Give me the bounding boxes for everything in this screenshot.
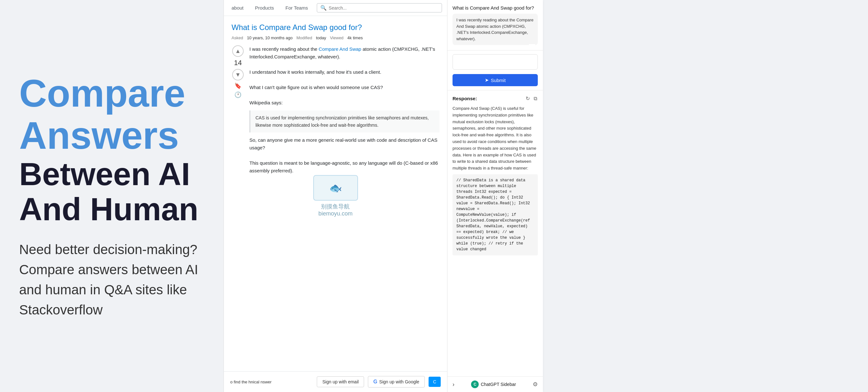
history-icon[interactable]: 🕐 bbox=[235, 91, 242, 98]
nav-products[interactable]: Products bbox=[253, 4, 277, 12]
search-input[interactable] bbox=[329, 5, 438, 10]
stackoverflow-panel: about Products For Teams 🔍 What is Compa… bbox=[223, 0, 447, 392]
response-p1: Compare And Swap (CAS) is useful for imp… bbox=[453, 105, 538, 172]
meta-asked-label: Asked bbox=[231, 35, 243, 40]
blockquote: CAS is used for implementing synchroniza… bbox=[249, 110, 439, 132]
signup-text: o find the hnical nswer bbox=[230, 380, 313, 384]
chatgpt-brand-label: ChatGPT Sidebar bbox=[480, 382, 516, 387]
vote-count: 14 bbox=[234, 59, 242, 67]
meta-modified-when: today bbox=[316, 35, 326, 40]
refresh-btn[interactable]: ↻ bbox=[525, 95, 530, 102]
nav-about[interactable]: about bbox=[229, 4, 246, 12]
chatgpt-response-area: Response: ↻ ⧉ Compare And Swap (CAS) is … bbox=[447, 90, 543, 377]
chatgpt-sidebar: What is Compare And Swap good for? I was… bbox=[447, 0, 543, 392]
chatgpt-header: What is Compare And Swap good for? I was… bbox=[447, 0, 543, 51]
meta-viewed-count: 4k times bbox=[347, 35, 363, 40]
left-panel: Compare Answers Between AI And Human Nee… bbox=[0, 0, 223, 392]
post-p1: I was recently reading about the Compare… bbox=[249, 45, 439, 61]
watermark-text: 别摸鱼导航 biemoyu.com bbox=[318, 203, 352, 217]
chatgpt-brand: C ChatGPT Sidebar bbox=[471, 381, 516, 388]
chatgpt-logo: C bbox=[471, 381, 479, 388]
search-icon: 🔍 bbox=[320, 5, 327, 11]
post-p3: What I can't quite figure out is when wo… bbox=[249, 84, 439, 91]
search-box[interactable]: 🔍 bbox=[317, 3, 442, 12]
vote-down-btn[interactable]: ▼ bbox=[232, 69, 244, 80]
question-title: What is Compare And Swap good for? bbox=[231, 22, 439, 32]
response-label: Response: bbox=[453, 96, 477, 101]
submit-button[interactable]: ➤ Submit bbox=[453, 74, 538, 86]
submit-label: Submit bbox=[491, 77, 506, 83]
question-body: ▲ 14 ▼ 🔖 🕐 I was recently reading about … bbox=[231, 45, 439, 174]
chatgpt-textarea[interactable] bbox=[453, 54, 538, 70]
signup-google-label: Sign up with Google bbox=[379, 379, 419, 384]
chatgpt-question-label: What is Compare And Swap good for? bbox=[453, 5, 538, 10]
post-content: I was recently reading about the Compare… bbox=[249, 45, 439, 174]
chatgpt-input-area: ➤ Submit bbox=[447, 51, 543, 90]
cas-link[interactable]: Compare And Swap bbox=[319, 46, 361, 52]
watermark: 🐟 别摸鱼导航 biemoyu.com bbox=[313, 175, 358, 217]
vote-up-btn[interactable]: ▲ bbox=[232, 45, 244, 57]
google-icon: G bbox=[373, 379, 377, 385]
chatgpt-user-message: I was recently reading about the Compare… bbox=[453, 14, 538, 45]
hero-title-dark: Between AI And Human bbox=[19, 156, 205, 227]
response-header: Response: ↻ ⧉ bbox=[453, 95, 538, 102]
watermark-fish-icon: 🐟 bbox=[313, 175, 358, 201]
copy-btn[interactable]: ⧉ bbox=[533, 95, 538, 102]
meta-viewed-label: Viewed bbox=[330, 35, 343, 40]
signup-google-btn[interactable]: G Sign up with Google bbox=[368, 376, 425, 388]
post-p5: This question is meant to be language-ag… bbox=[249, 159, 439, 174]
post-p4: So, can anyone give me a more generic re… bbox=[249, 136, 439, 152]
bookmark-icon[interactable]: 🔖 bbox=[235, 83, 242, 89]
so-navbar: about Products For Teams 🔍 bbox=[224, 0, 447, 16]
expand-btn[interactable]: › bbox=[453, 381, 455, 388]
signup-email-btn[interactable]: Sign up with email bbox=[317, 377, 364, 387]
meta-modified-label: Modified bbox=[297, 35, 312, 40]
signup-more-btn[interactable]: C bbox=[429, 377, 441, 387]
settings-btn[interactable]: ⚙ bbox=[533, 381, 538, 388]
response-text: Compare And Swap (CAS) is useful for imp… bbox=[453, 105, 538, 255]
signup-bar: o find the hnical nswer Sign up with ema… bbox=[224, 371, 447, 392]
post-p2: I understand how it works internally, an… bbox=[249, 68, 439, 76]
code-block: // SharedData is a shared data structure… bbox=[453, 174, 538, 255]
nav-for-teams[interactable]: For Teams bbox=[283, 4, 311, 12]
hero-subtitle: Need better decision-making? Compare ans… bbox=[19, 239, 205, 320]
question-meta: Asked 10 years, 10 months ago Modified t… bbox=[231, 35, 439, 40]
post-wiki-label: Wikipedia says: bbox=[249, 99, 439, 107]
chatgpt-footer: › C ChatGPT Sidebar ⚙ bbox=[447, 377, 543, 392]
response-icons: ↻ ⧉ bbox=[525, 95, 538, 102]
meta-asked-when: 10 years, 10 months ago bbox=[247, 35, 292, 40]
vote-column: ▲ 14 ▼ 🔖 🕐 bbox=[231, 45, 244, 174]
hero-title-blue: Compare Answers bbox=[19, 72, 205, 156]
submit-icon: ➤ bbox=[485, 77, 489, 83]
